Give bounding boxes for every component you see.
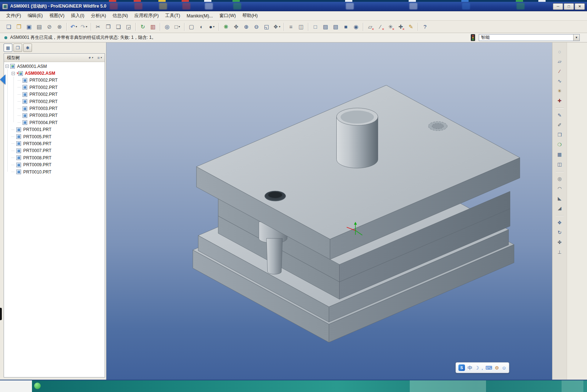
dropdown-arrow-icon[interactable]: ▾ (279, 25, 280, 28)
tree-item[interactable]: − ✕ ASM0002.ASM (4, 70, 105, 77)
model-tree[interactable]: − ASM0001.ASM − ✕ ASM0002.ASM (4, 62, 105, 377)
tree-item[interactable]: PRT0004.PRT (4, 119, 105, 126)
menu-item[interactable]: 应用程序(P) (131, 12, 162, 20)
select-box-button[interactable]: □ ▾ (173, 22, 182, 32)
tree-item-label[interactable]: PRT0008.PRT (23, 155, 52, 160)
datum-csys-button[interactable]: ✚ (554, 96, 565, 105)
menu-item[interactable]: 窗口(W) (216, 12, 239, 20)
maximize-button[interactable]: □ (564, 3, 574, 10)
tree-item[interactable]: PRT0005.PRT (4, 133, 105, 140)
tree-item-label[interactable]: PRT0002.PRT (29, 99, 58, 104)
display-wireframe-button[interactable]: □ (311, 22, 320, 32)
refit-button[interactable]: ◱ (262, 22, 271, 32)
zoom-in-button[interactable]: ⊕ (242, 22, 251, 32)
csys-display-toggle[interactable]: ✚ ✕ (396, 22, 405, 32)
redo-button[interactable]: ↷ ▾ (79, 22, 89, 32)
menu-item[interactable]: 插入(I) (68, 12, 88, 20)
rib-tool-button[interactable]: ◢ (554, 204, 565, 213)
pattern-tool-button[interactable]: ▦ (554, 150, 565, 159)
ime-moon-icon[interactable]: ☽ (475, 366, 479, 370)
3d-model-canvas[interactable] (106, 42, 552, 380)
titlebar[interactable]: ASM0001 (活动的) - Pro/ENGINEER Wildfire 5.… (0, 2, 587, 11)
point-display-toggle[interactable]: ✳ ✕ (386, 22, 395, 32)
tree-item-label[interactable]: ASM0001.ASM (16, 64, 48, 69)
move-component-button[interactable]: ✥ (554, 218, 565, 227)
find-button[interactable]: ◎ (162, 22, 172, 32)
app-icon[interactable] (2, 4, 8, 9)
tree-item[interactable]: PRT0010.PRT (4, 168, 105, 175)
ime-smiley-icon[interactable]: ☺ (502, 366, 506, 370)
tree-item-label[interactable]: ASM0002.ASM (24, 71, 56, 76)
menu-item[interactable]: 视图(V) (46, 12, 68, 20)
favorites-tab[interactable]: ✱ (23, 44, 32, 52)
zoom-out-button[interactable]: ⊖ (252, 22, 261, 32)
left-edge-handle[interactable] (0, 308, 2, 320)
erase-not-displayed-button[interactable]: ⊘ (45, 22, 54, 32)
minimize-button[interactable]: ─ (553, 3, 563, 10)
create-component-button[interactable]: ❍ (554, 140, 565, 149)
expand-toggle[interactable]: − (5, 65, 9, 68)
tree-item[interactable]: PRT0001.PRT (4, 126, 105, 133)
3d-model-assembly[interactable] (193, 85, 520, 342)
new-file-button[interactable]: ❏ (4, 22, 13, 32)
tree-item-label[interactable]: PRT0002.PRT (29, 92, 58, 97)
context-help-button[interactable]: ? (420, 22, 430, 32)
dropdown-arrow-icon[interactable]: ▾ (213, 25, 215, 28)
tree-item[interactable]: PRT0003.PRT (4, 112, 105, 119)
failed-feature-manager-button[interactable]: ▥ (148, 22, 158, 32)
menu-item[interactable]: 文件(F) (3, 12, 24, 20)
menu-item[interactable]: Manikin(M)... (183, 12, 216, 20)
3d-viewport[interactable]: S 中 ☽ , ⌨ ⚙ ☺ (106, 42, 552, 380)
tree-item-label[interactable]: PRT0002.PRT (29, 85, 58, 90)
tree-item[interactable]: PRT0002.PRT (4, 98, 105, 105)
tree-item-label[interactable]: PRT0004.PRT (29, 120, 58, 125)
tree-item-label[interactable]: PRT0002.PRT (29, 78, 58, 83)
dropdown-arrow-icon[interactable]: ▾ (76, 25, 77, 28)
traffic-light-icon[interactable] (471, 34, 475, 41)
datum-plane-button[interactable]: ▱ (554, 57, 565, 66)
tree-item-label[interactable]: PRT0007.PRT (23, 148, 52, 153)
close-button[interactable]: ✕ (575, 3, 585, 10)
display-shaded-button[interactable]: ■ (341, 22, 351, 32)
orient-mode-button[interactable]: ✥ (231, 22, 241, 32)
print-button[interactable]: ▤ (35, 22, 44, 32)
tree-show-button[interactable]: ✦ ▾ (86, 55, 94, 61)
display-no-hidden-button[interactable]: ▧ (331, 22, 340, 32)
menu-item[interactable]: 工具(T) (162, 12, 183, 20)
layers-button[interactable]: ≡ (286, 22, 296, 32)
menu-item[interactable]: 分析(A) (88, 12, 109, 20)
axis-display-toggle[interactable]: ∕ ✕ (376, 22, 385, 32)
ime-keyboard-icon[interactable]: ⌨ (485, 366, 492, 370)
tree-item-label[interactable]: PRT0001.PRT (23, 127, 52, 132)
round-tool-button[interactable]: ◠ (554, 184, 565, 193)
expand-toggle[interactable]: − (12, 72, 15, 75)
tree-item[interactable]: PRT0002.PRT (4, 84, 105, 91)
mirror-tool-button[interactable]: ◫ (554, 160, 565, 169)
save-file-button[interactable]: ▣ (24, 22, 34, 32)
display-hidden-line-button[interactable]: ▨ (321, 22, 330, 32)
paste-special-button[interactable]: ◲ (124, 22, 133, 32)
assemble-component-button[interactable]: ❒ (554, 130, 565, 139)
menu-item[interactable]: 帮助(H) (239, 12, 261, 20)
hole-tool-button[interactable]: ◎ (554, 174, 565, 183)
combo-dropdown-arrow-icon[interactable]: ▼ (573, 34, 579, 41)
model-tree-tab[interactable]: ▦ (4, 44, 12, 52)
constraint-tool-button[interactable]: ⊥ (554, 248, 565, 257)
menu-item[interactable]: 信息(N) (109, 12, 131, 20)
tree-item-label[interactable]: PRT0005.PRT (23, 134, 52, 139)
view-manager-button[interactable]: ◫ (296, 22, 306, 32)
menu-item[interactable]: 编辑(E) (24, 12, 46, 20)
ime-logo[interactable]: S (458, 364, 465, 371)
datum-point-button[interactable]: ✳ (554, 86, 565, 95)
copy-button[interactable]: ❒ (104, 22, 113, 32)
ime-wrench-icon[interactable]: ⚙ (495, 366, 499, 370)
tree-item[interactable]: PRT0007.PRT (4, 147, 105, 154)
cut-button[interactable]: ✂ (93, 22, 103, 32)
ime-punctuation-icon[interactable]: , (482, 366, 483, 370)
drag-component-button[interactable]: ✤ (554, 238, 565, 247)
repaint-button[interactable]: ▢ (187, 22, 196, 32)
tree-item[interactable]: PRT0009.PRT (4, 161, 105, 168)
folder-browser-tab[interactable]: ❐ (13, 44, 22, 52)
tree-item-label[interactable]: PRT0010.PRT (23, 170, 52, 175)
rotate-component-button[interactable]: ↻ (554, 228, 565, 237)
